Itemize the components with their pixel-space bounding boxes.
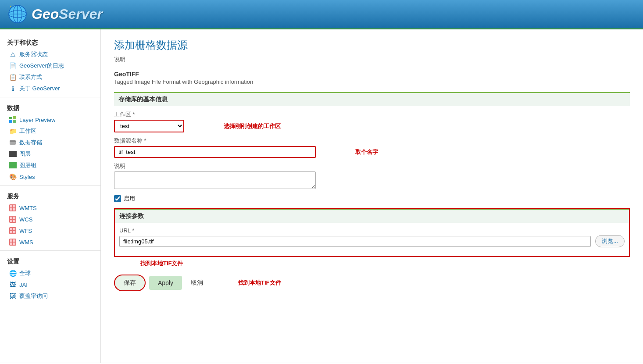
svg-rect-27 (10, 231, 12, 233)
wmts-icon (9, 204, 17, 212)
svg-rect-16 (13, 205, 15, 207)
sidebar-label-styles: Styles (19, 174, 35, 180)
svg-rect-25 (10, 228, 12, 230)
sidebar-label-layer-preview: Layer Preview (19, 117, 55, 123)
sidebar-label-jai: JAI (19, 282, 28, 288)
layout: 关于和状态 ⚠ 服务器状态 📄 GeoServer的日志 📋 联系方式 ℹ 关于… (0, 29, 643, 363)
brand-name: GeoServer (32, 6, 103, 22)
sidebar-label-wmts: WMTS (19, 205, 37, 211)
sidebar-item-geoserver-log[interactable]: 📄 GeoServer的日志 (0, 60, 100, 71)
datasource-name-label: 数据源名称 * (114, 137, 630, 145)
sidebar-label-coverage: 覆盖率访问 (19, 292, 48, 300)
main-content: 添加栅格数据源 说明 GeoTIFF Tagged Image File For… (101, 29, 643, 363)
url-label: URL * (119, 227, 625, 234)
sidebar-item-workspaces[interactable]: 📁 工作区 (0, 125, 100, 137)
sidebar-item-layer-preview[interactable]: Layer Preview (0, 114, 100, 125)
apply-button[interactable]: Apply (149, 276, 182, 290)
description-field: 说明 (114, 162, 630, 190)
sidebar-item-layer-groups[interactable]: 图层组 (0, 160, 100, 171)
sidebar-label-server-status: 服务器状态 (19, 50, 48, 58)
sidebar-label-geoserver-log: GeoServer的日志 (19, 62, 64, 70)
globe-icon (7, 4, 28, 25)
buttons-row: 保存 Apply 取消 找到本地TIF文件 (114, 275, 630, 291)
svg-rect-31 (13, 239, 15, 242)
save-button[interactable]: 保存 (114, 275, 146, 291)
sidebar-label-wcs: WCS (19, 216, 32, 223)
map-icon (9, 116, 17, 124)
sidebar-item-about[interactable]: ℹ 关于 GeoServer (0, 83, 100, 94)
svg-rect-15 (10, 205, 12, 207)
sidebar-item-data-stores[interactable]: 数据存储 (0, 137, 100, 148)
sidebar-item-coverage[interactable]: 🖼 覆盖率访问 (0, 290, 100, 302)
sidebar-item-server-status[interactable]: ⚠ 服务器状态 (0, 49, 100, 60)
enable-checkbox[interactable] (114, 195, 121, 202)
sidebar-item-wcs[interactable]: WCS (0, 214, 100, 225)
workspace-row: test 选择刚刚创建的工作区 (114, 120, 630, 132)
sidebar-label-wms: WMS (19, 239, 33, 246)
page-title: 添加栅格数据源 (114, 38, 630, 52)
sidebar-label-global: 全球 (19, 269, 31, 277)
jai-icon: 🖼 (9, 281, 17, 289)
workspace-select[interactable]: test (114, 120, 184, 132)
enable-row: 启用 (114, 195, 630, 203)
sidebar-item-wfs[interactable]: WFS (0, 225, 100, 236)
main-inner: 添加栅格数据源 说明 GeoTIFF Tagged Image File For… (114, 38, 630, 291)
svg-rect-8 (9, 120, 12, 123)
logo: GeoServer (7, 4, 103, 25)
coverage-icon: 🖼 (9, 292, 17, 300)
header: GeoServer (0, 0, 643, 29)
url-row: 浏览... (119, 235, 625, 247)
sidebar-label-about: 关于 GeoServer (19, 85, 60, 93)
connection-section: 连接参数 URL * 浏览... (114, 208, 630, 257)
svg-rect-13 (9, 162, 17, 168)
datasource-name-field: 数据源名称 * 取个名字 (114, 137, 630, 158)
workspace-annotation: 选择刚刚创建的工作区 (224, 122, 281, 130)
sidebar-divider-1 (0, 97, 100, 97)
svg-rect-18 (13, 208, 15, 211)
sidebar-label-contact: 联系方式 (19, 73, 42, 81)
svg-rect-21 (13, 217, 15, 219)
sidebar-divider-2 (0, 185, 100, 186)
description-label: 说明 (114, 56, 630, 64)
styles-icon: 🎨 (9, 173, 17, 181)
datastore-icon (9, 139, 17, 146)
sidebar-section-services: 服务 (0, 188, 100, 202)
svg-rect-23 (13, 220, 15, 222)
workspace-field: 工作区 * test 选择刚刚创建的工作区 (114, 111, 630, 132)
enable-label: 启用 (124, 195, 135, 203)
svg-rect-11 (10, 140, 16, 142)
sidebar-section-about: 关于和状态 (0, 35, 100, 49)
svg-rect-26 (13, 228, 15, 230)
sidebar-item-styles[interactable]: 🎨 Styles (0, 171, 100, 182)
contact-icon: 📋 (9, 73, 17, 81)
url-field: URL * 浏览... (119, 227, 625, 247)
sidebar-item-layers[interactable]: 图层 (0, 148, 100, 160)
sidebar-item-contact[interactable]: 📋 联系方式 (0, 71, 100, 83)
datasource-name-input[interactable] (114, 146, 316, 158)
browse-button[interactable]: 浏览... (595, 235, 625, 247)
sidebar-item-wms[interactable]: WMS (0, 236, 100, 248)
wcs-icon (9, 215, 17, 223)
url-annotation-row: 找到本地TIF文件 (114, 260, 630, 268)
warning-icon: ⚠ (9, 50, 17, 58)
sidebar-label-wfs: WFS (19, 228, 32, 234)
svg-rect-22 (10, 220, 12, 222)
svg-rect-7 (13, 116, 16, 119)
sidebar-item-global[interactable]: 🌐 全球 (0, 268, 100, 279)
folder-icon: 📁 (9, 127, 17, 135)
svg-rect-12 (9, 151, 17, 157)
sidebar-item-jai[interactable]: 🖼 JAI (0, 279, 100, 290)
cancel-button[interactable]: 取消 (186, 275, 208, 290)
sidebar-label-layer-groups: 图层组 (19, 161, 36, 169)
wms-icon (9, 238, 17, 246)
sidebar-item-wmts[interactable]: WMTS (0, 202, 100, 214)
format-name: GeoTIFF (114, 71, 630, 78)
description-textarea[interactable] (114, 171, 316, 189)
url-input[interactable] (119, 236, 591, 247)
layer-group-icon (9, 161, 17, 169)
sidebar-label-data-stores: 数据存储 (19, 139, 42, 146)
svg-rect-32 (10, 243, 12, 245)
svg-rect-28 (13, 231, 15, 233)
svg-marker-5 (10, 6, 11, 7)
svg-rect-30 (10, 239, 12, 242)
